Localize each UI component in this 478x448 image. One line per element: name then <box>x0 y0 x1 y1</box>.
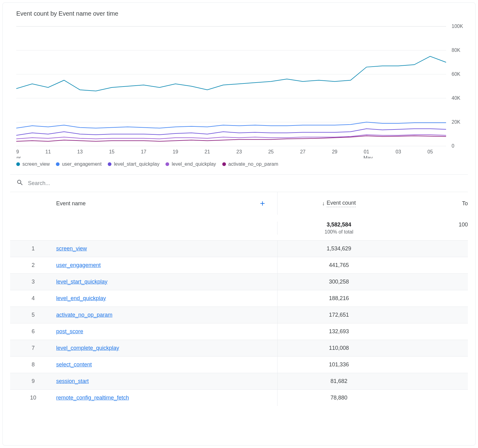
svg-text:13: 13 <box>77 149 83 154</box>
legend-label: user_engagement <box>62 161 102 167</box>
svg-text:23: 23 <box>236 149 242 154</box>
add-dimension-button[interactable]: + <box>260 199 265 208</box>
event-link[interactable]: remote_config_realtime_fetch <box>56 395 129 401</box>
legend-item[interactable]: activate_no_op_param <box>222 161 278 167</box>
legend-item[interactable]: user_engagement <box>56 161 102 167</box>
row-rank: 7 <box>10 345 56 351</box>
table-header-row: Event name + ↓ Event count To <box>10 192 468 215</box>
totals-count: 3,582,584 100% of total <box>278 222 400 235</box>
row-name-cell: user_engagement <box>56 262 277 268</box>
svg-text:40K: 40K <box>452 95 461 101</box>
svg-text:01: 01 <box>364 149 369 154</box>
report-card: Event count by Event name over time 020K… <box>2 2 476 446</box>
svg-text:03: 03 <box>396 149 401 154</box>
row-count: 300,258 <box>278 279 400 285</box>
table-row: 1 screen_view 1,534,629 <box>10 240 468 257</box>
event-link[interactable]: level_complete_quickplay <box>56 345 119 351</box>
row-rank: 2 <box>10 262 56 268</box>
row-name-cell: screen_view <box>56 245 277 252</box>
legend-dot-icon <box>165 162 169 166</box>
event-link[interactable]: activate_no_op_param <box>56 312 112 318</box>
row-name-cell: activate_no_op_param <box>56 312 277 318</box>
legend-dot-icon <box>56 162 60 166</box>
chart-legend: screen_view user_engagement level_start_… <box>10 158 468 174</box>
row-count: 441,765 <box>278 262 400 268</box>
svg-text:09: 09 <box>16 149 19 154</box>
svg-text:60K: 60K <box>452 71 461 77</box>
svg-text:11: 11 <box>45 149 51 154</box>
totals-extra: 100 <box>400 222 468 228</box>
svg-text:05: 05 <box>427 149 433 154</box>
svg-text:17: 17 <box>141 149 146 154</box>
event-link[interactable]: level_start_quickplay <box>56 279 107 285</box>
table-row: 8 select_content 101,336 <box>10 356 468 373</box>
col-name-label: Event name <box>56 200 86 207</box>
legend-item[interactable]: screen_view <box>16 161 50 167</box>
row-name-cell: level_end_quickplay <box>56 295 277 302</box>
search-bar <box>10 174 468 192</box>
svg-text:19: 19 <box>173 149 178 154</box>
totals-value: 3,582,584 <box>278 222 400 228</box>
row-count: 1,534,629 <box>278 245 400 252</box>
col-name-header[interactable]: Event name + <box>56 199 277 208</box>
row-name-cell: post_score <box>56 328 277 335</box>
sort-desc-icon: ↓ <box>322 200 325 207</box>
col-extra-header[interactable]: To <box>400 200 468 207</box>
legend-item[interactable]: level_start_quickplay <box>108 161 160 167</box>
svg-text:20K: 20K <box>452 119 461 125</box>
search-icon <box>16 179 24 187</box>
table-row: 4 level_end_quickplay 188,216 <box>10 290 468 307</box>
table-row: 9 session_start 81,682 <box>10 373 468 389</box>
event-link[interactable]: select_content <box>56 361 92 368</box>
col-count-header[interactable]: ↓ Event count <box>278 200 400 207</box>
chart-area: 020K40K60K80K100K09Apr111315171921232527… <box>10 23 468 158</box>
row-rank: 5 <box>10 312 56 318</box>
table-row: 5 activate_no_op_param 172,651 <box>10 307 468 323</box>
row-name-cell: level_complete_quickplay <box>56 345 277 351</box>
events-table: Event name + ↓ Event count To 3,582,584 … <box>10 192 468 406</box>
svg-text:100K: 100K <box>452 24 463 29</box>
row-name-cell: session_start <box>56 378 277 384</box>
legend-dot-icon <box>108 162 111 166</box>
legend-label: screen_view <box>22 161 50 167</box>
row-count: 78,880 <box>278 395 400 401</box>
event-link[interactable]: level_end_quickplay <box>56 295 106 302</box>
event-link[interactable]: post_score <box>56 328 83 335</box>
event-link[interactable]: user_engagement <box>56 262 101 268</box>
legend-label: activate_no_op_param <box>228 161 278 167</box>
row-count: 101,336 <box>278 361 400 368</box>
svg-text:May: May <box>363 155 373 158</box>
svg-text:0: 0 <box>452 143 454 149</box>
svg-text:21: 21 <box>204 149 210 154</box>
row-rank: 4 <box>10 295 56 302</box>
table-row: 10 remote_config_realtime_fetch 78,880 <box>10 389 468 406</box>
row-count: 132,693 <box>278 328 400 335</box>
legend-label: level_start_quickplay <box>114 161 160 167</box>
table-row: 7 level_complete_quickplay 110,008 <box>10 340 468 356</box>
svg-text:Apr: Apr <box>16 155 21 158</box>
chart-title: Event count by Event name over time <box>10 10 468 17</box>
svg-text:25: 25 <box>268 149 274 154</box>
search-input[interactable] <box>28 180 468 187</box>
legend-dot-icon <box>222 162 226 166</box>
event-link[interactable]: screen_view <box>56 245 87 252</box>
table-row: 3 level_start_quickplay 300,258 <box>10 273 468 290</box>
event-link[interactable]: session_start <box>56 378 89 384</box>
svg-text:29: 29 <box>332 149 337 154</box>
totals-row: 3,582,584 100% of total 100 <box>10 215 468 240</box>
table-row: 2 user_engagement 441,765 <box>10 257 468 273</box>
svg-text:15: 15 <box>109 149 115 154</box>
row-rank: 9 <box>10 378 56 384</box>
svg-text:80K: 80K <box>452 48 461 53</box>
table-row: 6 post_score 132,693 <box>10 323 468 340</box>
line-chart-svg[interactable]: 020K40K60K80K100K09Apr111315171921232527… <box>16 23 471 158</box>
legend-label: level_end_quickplay <box>172 161 216 167</box>
row-rank: 10 <box>10 395 56 401</box>
row-name-cell: select_content <box>56 361 277 368</box>
row-count: 188,216 <box>278 295 400 302</box>
legend-item[interactable]: level_end_quickplay <box>165 161 216 167</box>
legend-dot-icon <box>16 162 20 166</box>
row-count: 81,682 <box>278 378 400 384</box>
row-rank: 6 <box>10 328 56 335</box>
row-rank: 8 <box>10 361 56 368</box>
